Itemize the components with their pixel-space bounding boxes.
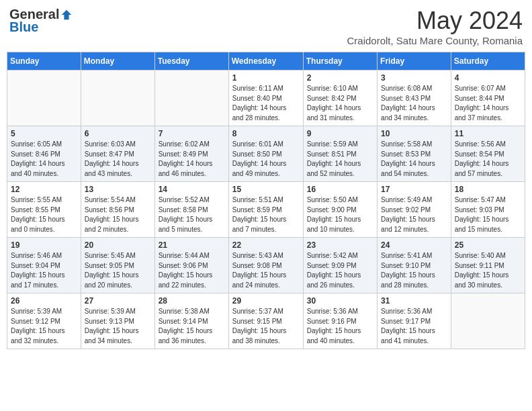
- day-number: 14: [159, 185, 225, 194]
- day-number: 5: [11, 129, 77, 138]
- day-info: Sunrise: 5:42 AM Sunset: 9:09 PM Dayligh…: [307, 251, 373, 290]
- day-info: Sunrise: 5:50 AM Sunset: 9:00 PM Dayligh…: [307, 195, 373, 234]
- calendar-week-row: 1Sunrise: 6:11 AM Sunset: 8:40 PM Daylig…: [7, 71, 525, 126]
- day-number: 7: [159, 129, 225, 138]
- calendar-cell: 1Sunrise: 6:11 AM Sunset: 8:40 PM Daylig…: [228, 71, 303, 126]
- calendar-header-row: SundayMondayTuesdayWednesdayThursdayFrid…: [7, 52, 525, 71]
- calendar-cell: 12Sunrise: 5:55 AM Sunset: 8:55 PM Dayli…: [7, 182, 81, 238]
- calendar-cell: 19Sunrise: 5:46 AM Sunset: 9:04 PM Dayli…: [7, 238, 81, 293]
- day-info: Sunrise: 6:08 AM Sunset: 8:43 PM Dayligh…: [381, 84, 447, 123]
- logo-icon: [60, 9, 73, 21]
- day-info: Sunrise: 6:10 AM Sunset: 8:42 PM Dayligh…: [307, 84, 373, 123]
- day-info: Sunrise: 5:46 AM Sunset: 9:04 PM Dayligh…: [11, 251, 77, 290]
- calendar-cell: 20Sunrise: 5:45 AM Sunset: 9:05 PM Dayli…: [81, 238, 154, 293]
- calendar-week-row: 12Sunrise: 5:55 AM Sunset: 8:55 PM Dayli…: [7, 182, 525, 238]
- calendar-cell: [451, 293, 525, 349]
- day-info: Sunrise: 5:52 AM Sunset: 8:58 PM Dayligh…: [159, 195, 225, 234]
- logo: General Blue: [9, 7, 73, 35]
- calendar-cell: 15Sunrise: 5:51 AM Sunset: 8:59 PM Dayli…: [228, 182, 303, 238]
- calendar-cell: 16Sunrise: 5:50 AM Sunset: 9:00 PM Dayli…: [303, 182, 377, 238]
- day-number: 8: [232, 129, 300, 138]
- day-number: 17: [381, 185, 447, 194]
- calendar-cell: 27Sunrise: 5:39 AM Sunset: 9:13 PM Dayli…: [81, 293, 154, 349]
- day-number: 29: [232, 296, 300, 306]
- day-info: Sunrise: 5:37 AM Sunset: 9:15 PM Dayligh…: [232, 307, 300, 346]
- day-info: Sunrise: 5:39 AM Sunset: 9:12 PM Dayligh…: [11, 307, 77, 346]
- day-info: Sunrise: 5:59 AM Sunset: 8:51 PM Dayligh…: [307, 140, 373, 179]
- day-info: Sunrise: 5:39 AM Sunset: 9:13 PM Dayligh…: [85, 307, 151, 346]
- day-number: 2: [307, 73, 373, 83]
- calendar-cell: 5Sunrise: 6:05 AM Sunset: 8:46 PM Daylig…: [7, 126, 81, 182]
- calendar-cell: 26Sunrise: 5:39 AM Sunset: 9:12 PM Dayli…: [7, 293, 81, 349]
- day-number: 27: [85, 296, 151, 306]
- day-number: 18: [455, 185, 521, 194]
- day-info: Sunrise: 6:05 AM Sunset: 8:46 PM Dayligh…: [11, 140, 77, 179]
- day-number: 16: [307, 185, 373, 194]
- day-info: Sunrise: 5:44 AM Sunset: 9:06 PM Dayligh…: [159, 251, 225, 290]
- day-number: 10: [381, 129, 447, 138]
- day-info: Sunrise: 5:47 AM Sunset: 9:03 PM Dayligh…: [455, 195, 521, 234]
- day-number: 24: [381, 240, 447, 250]
- column-header-saturday: Saturday: [451, 52, 525, 71]
- column-header-sunday: Sunday: [7, 52, 81, 71]
- column-header-wednesday: Wednesday: [228, 52, 303, 71]
- day-number: 11: [455, 129, 521, 138]
- calendar-cell: 17Sunrise: 5:49 AM Sunset: 9:02 PM Dayli…: [378, 182, 451, 238]
- calendar-week-row: 19Sunrise: 5:46 AM Sunset: 9:04 PM Dayli…: [7, 238, 525, 293]
- calendar-cell: 8Sunrise: 6:01 AM Sunset: 8:50 PM Daylig…: [228, 126, 303, 182]
- day-number: 20: [85, 240, 151, 250]
- calendar-cell: 22Sunrise: 5:43 AM Sunset: 9:08 PM Dayli…: [228, 238, 303, 293]
- day-number: 3: [381, 73, 447, 83]
- day-info: Sunrise: 6:03 AM Sunset: 8:47 PM Dayligh…: [85, 140, 151, 179]
- calendar-cell: [81, 71, 154, 126]
- day-number: 31: [381, 296, 447, 306]
- day-number: 30: [307, 296, 373, 306]
- day-number: 28: [159, 296, 225, 306]
- day-info: Sunrise: 6:01 AM Sunset: 8:50 PM Dayligh…: [232, 140, 300, 179]
- calendar-cell: [154, 71, 228, 126]
- calendar-cell: 21Sunrise: 5:44 AM Sunset: 9:06 PM Dayli…: [154, 238, 228, 293]
- day-info: Sunrise: 5:58 AM Sunset: 8:53 PM Dayligh…: [381, 140, 447, 179]
- day-info: Sunrise: 5:36 AM Sunset: 9:17 PM Dayligh…: [381, 307, 447, 346]
- day-info: Sunrise: 5:55 AM Sunset: 8:55 PM Dayligh…: [11, 195, 77, 234]
- day-info: Sunrise: 5:56 AM Sunset: 8:54 PM Dayligh…: [455, 140, 521, 179]
- column-header-monday: Monday: [81, 52, 154, 71]
- day-info: Sunrise: 5:36 AM Sunset: 9:16 PM Dayligh…: [307, 307, 373, 346]
- logo-blue-text: Blue: [9, 19, 38, 35]
- calendar-cell: 28Sunrise: 5:38 AM Sunset: 9:14 PM Dayli…: [154, 293, 228, 349]
- day-number: 13: [85, 185, 151, 194]
- day-info: Sunrise: 5:49 AM Sunset: 9:02 PM Dayligh…: [381, 195, 447, 234]
- day-info: Sunrise: 5:40 AM Sunset: 9:11 PM Dayligh…: [455, 251, 521, 290]
- day-number: 25: [455, 240, 521, 250]
- calendar-cell: 13Sunrise: 5:54 AM Sunset: 8:56 PM Dayli…: [81, 182, 154, 238]
- calendar-cell: 23Sunrise: 5:42 AM Sunset: 9:09 PM Dayli…: [303, 238, 377, 293]
- title-section: May 2024 Craidorolt, Satu Mare County, R…: [347, 7, 523, 46]
- calendar-cell: [7, 71, 81, 126]
- month-year-title: May 2024: [347, 7, 523, 35]
- page-header: General Blue May 2024 Craidorolt, Satu M…: [7, 7, 525, 46]
- day-info: Sunrise: 5:38 AM Sunset: 9:14 PM Dayligh…: [159, 307, 225, 346]
- calendar-cell: 18Sunrise: 5:47 AM Sunset: 9:03 PM Dayli…: [451, 182, 525, 238]
- day-number: 15: [232, 185, 300, 194]
- day-info: Sunrise: 5:45 AM Sunset: 9:05 PM Dayligh…: [85, 251, 151, 290]
- day-info: Sunrise: 6:11 AM Sunset: 8:40 PM Dayligh…: [232, 84, 300, 123]
- calendar-cell: 14Sunrise: 5:52 AM Sunset: 8:58 PM Dayli…: [154, 182, 228, 238]
- day-info: Sunrise: 6:02 AM Sunset: 8:49 PM Dayligh…: [159, 140, 225, 179]
- calendar-cell: 2Sunrise: 6:10 AM Sunset: 8:42 PM Daylig…: [303, 71, 377, 126]
- day-number: 4: [455, 73, 521, 83]
- day-number: 1: [232, 73, 300, 83]
- location-subtitle: Craidorolt, Satu Mare County, Romania: [347, 35, 523, 46]
- column-header-tuesday: Tuesday: [154, 52, 228, 71]
- day-info: Sunrise: 5:51 AM Sunset: 8:59 PM Dayligh…: [232, 195, 300, 234]
- day-number: 6: [85, 129, 151, 138]
- column-header-friday: Friday: [378, 52, 451, 71]
- day-number: 21: [159, 240, 225, 250]
- day-number: 23: [307, 240, 373, 250]
- calendar-cell: 11Sunrise: 5:56 AM Sunset: 8:54 PM Dayli…: [451, 126, 525, 182]
- calendar-cell: 25Sunrise: 5:40 AM Sunset: 9:11 PM Dayli…: [451, 238, 525, 293]
- calendar-cell: 29Sunrise: 5:37 AM Sunset: 9:15 PM Dayli…: [228, 293, 303, 349]
- column-header-thursday: Thursday: [303, 52, 377, 71]
- day-info: Sunrise: 5:54 AM Sunset: 8:56 PM Dayligh…: [85, 195, 151, 234]
- calendar-cell: 24Sunrise: 5:41 AM Sunset: 9:10 PM Dayli…: [378, 238, 451, 293]
- day-info: Sunrise: 5:41 AM Sunset: 9:10 PM Dayligh…: [381, 251, 447, 290]
